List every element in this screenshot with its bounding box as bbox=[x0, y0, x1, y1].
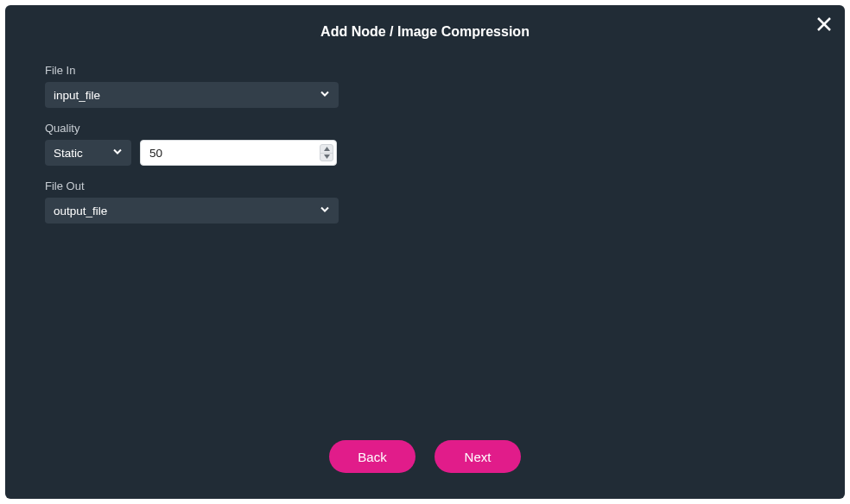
file-in-select[interactable]: input_file bbox=[45, 82, 339, 108]
modal-header: Add Node / Image Compression bbox=[5, 5, 845, 48]
file-out-value: output_file bbox=[54, 205, 107, 217]
file-out-select[interactable]: output_file bbox=[45, 198, 339, 224]
file-in-label: File In bbox=[45, 64, 805, 77]
chevron-down-icon bbox=[112, 147, 123, 160]
modal-footer: Back Next bbox=[5, 432, 845, 499]
next-button[interactable]: Next bbox=[435, 440, 521, 473]
quality-mode-value: Static bbox=[54, 147, 83, 160]
back-button[interactable]: Back bbox=[329, 440, 415, 473]
file-in-group: File In input_file bbox=[45, 64, 805, 108]
quality-label: Quality bbox=[45, 122, 805, 135]
close-icon bbox=[816, 16, 832, 32]
close-button[interactable] bbox=[814, 14, 834, 35]
quality-input[interactable] bbox=[140, 140, 337, 166]
file-out-group: File Out output_file bbox=[45, 180, 805, 224]
quality-group: Quality Static bbox=[45, 122, 805, 166]
quality-mode-select[interactable]: Static bbox=[45, 140, 131, 166]
modal-content: File In input_file Quality Static bbox=[5, 48, 845, 432]
file-in-value: input_file bbox=[54, 89, 100, 102]
add-node-modal: Add Node / Image Compression File In inp… bbox=[5, 5, 845, 499]
modal-title: Add Node / Image Compression bbox=[5, 24, 845, 40]
file-out-label: File Out bbox=[45, 180, 805, 192]
chevron-down-icon bbox=[320, 89, 330, 102]
chevron-down-icon bbox=[320, 205, 330, 217]
quality-input-wrap bbox=[140, 140, 337, 166]
